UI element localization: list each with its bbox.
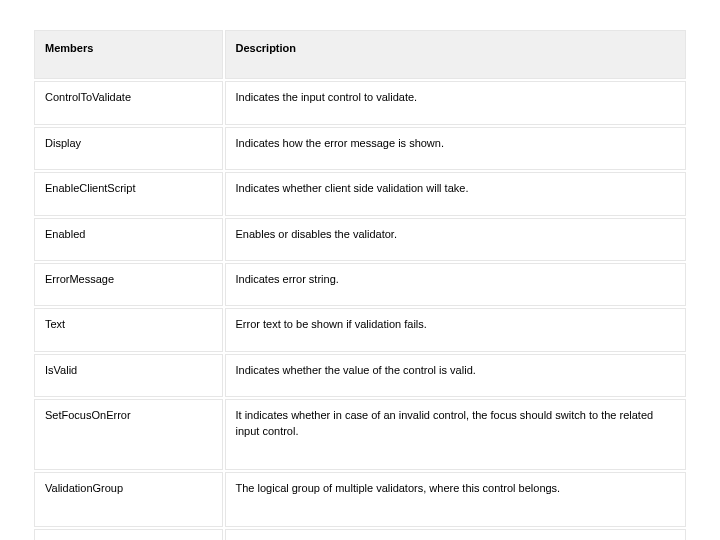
member-cell: EnableClientScript [34,172,223,215]
desc-cell: It indicates whether in case of an inval… [225,399,687,470]
table-header-row: Members Description [34,30,686,79]
member-cell: ValidationGroup [34,472,223,527]
header-members: Members [34,30,223,79]
desc-cell: Indicates how the error message is shown… [225,127,687,170]
table-row: Validate() This method revalidates the c… [34,529,686,540]
desc-cell: Indicates whether client side validation… [225,172,687,215]
member-cell: ErrorMessage [34,263,223,306]
table-row: ValidationGroup The logical group of mul… [34,472,686,527]
validator-members-table: Members Description ControlToValidate In… [32,28,688,540]
member-cell: ControlToValidate [34,81,223,124]
table-row: IsValid Indicates whether the value of t… [34,354,686,397]
desc-cell: Enables or disables the validator. [225,218,687,261]
desc-cell: Indicates error string. [225,263,687,306]
member-cell: Enabled [34,218,223,261]
table-row: Enabled Enables or disables the validato… [34,218,686,261]
member-cell: SetFocusOnError [34,399,223,470]
table-row: EnableClientScript Indicates whether cli… [34,172,686,215]
header-description: Description [225,30,687,79]
member-cell: Display [34,127,223,170]
desc-cell: Indicates whether the value of the contr… [225,354,687,397]
member-cell: Validate() [34,529,223,540]
desc-cell: The logical group of multiple validators… [225,472,687,527]
member-cell: IsValid [34,354,223,397]
table-row: Display Indicates how the error message … [34,127,686,170]
table-row: ErrorMessage Indicates error string. [34,263,686,306]
desc-cell: Indicates the input control to validate. [225,81,687,124]
table-row: Text Error text to be shown if validatio… [34,308,686,351]
table-row: ControlToValidate Indicates the input co… [34,81,686,124]
desc-cell: Error text to be shown if validation fai… [225,308,687,351]
desc-cell: This method revalidates the control and … [225,529,687,540]
member-cell: Text [34,308,223,351]
table-row: SetFocusOnError It indicates whether in … [34,399,686,470]
